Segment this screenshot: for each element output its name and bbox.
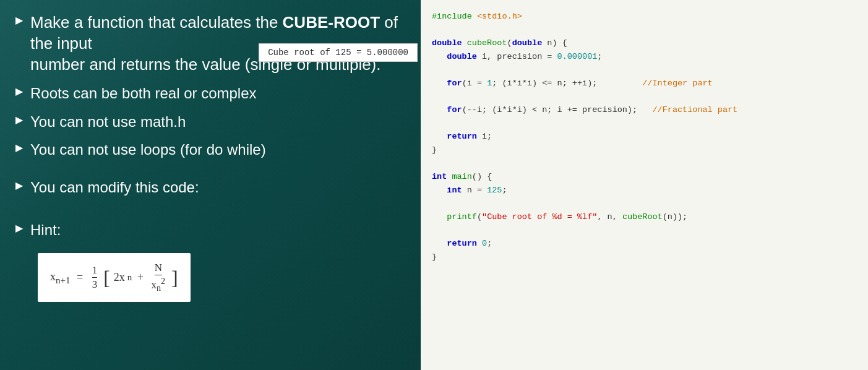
close-bracket: ]	[171, 268, 178, 288]
arrow-icon-hint: ▶	[15, 222, 23, 234]
xn2-denominator: xn2	[151, 275, 165, 293]
formula-box: xn+1 = 1 3 [ 2xn + N xn2 ]	[38, 253, 191, 302]
open-bracket: [	[103, 268, 110, 288]
arrow-icon-2: ▶	[15, 85, 23, 97]
N-numerator: N	[155, 262, 162, 275]
bullet-text-4: You can not use loops (for do while)	[30, 140, 266, 159]
fraction-one-third: 1 3	[92, 264, 98, 291]
bullet-item-3: ▶ You can not use math.h	[15, 112, 402, 131]
fraction-N-xn2: N xn2	[151, 262, 165, 293]
bullet-text-3: You can not use math.h	[30, 112, 186, 131]
bullet-item-2: ▶ Roots can be both real or complex	[15, 84, 402, 103]
arrow-icon-1: ▶	[15, 14, 23, 26]
arrow-icon-3: ▶	[15, 114, 23, 126]
fraction-numerator: 1	[92, 264, 98, 278]
formula-lhs: xn+1	[50, 270, 70, 286]
formula-equals: =	[74, 271, 85, 284]
bullet-item-5: ▶ You can modify this code:	[15, 178, 402, 197]
left-panel: Cube root of 125 = 5.000000 ▶ Make a fun…	[0, 0, 421, 370]
formula: xn+1 = 1 3 [ 2xn + N xn2 ]	[50, 262, 178, 293]
code-block: #include <stdio.h> double cubeRoot(doubl…	[432, 10, 857, 264]
output-box: Cube root of 125 = 5.000000	[259, 43, 418, 62]
arrow-icon-5: ▶	[15, 179, 23, 191]
hint-bullet: ▶ Hint:	[15, 220, 402, 239]
right-panel: #include <stdio.h> double cubeRoot(doubl…	[421, 0, 868, 370]
hint-label: Hint:	[30, 220, 61, 239]
hint-section: ▶ Hint: xn+1 = 1 3 [ 2xn + N xn	[15, 220, 402, 302]
fraction-denominator: 3	[92, 278, 98, 291]
bullet-item-4: ▶ You can not use loops (for do while)	[15, 140, 402, 159]
arrow-icon-4: ▶	[15, 142, 23, 153]
bullet-text-2: Roots can be both real or complex	[30, 84, 257, 103]
bracket-content: 2xn + N xn2	[114, 262, 168, 293]
output-text: Cube root of 125 = 5.000000	[268, 48, 408, 58]
bullet-text-5: You can modify this code:	[30, 178, 199, 197]
